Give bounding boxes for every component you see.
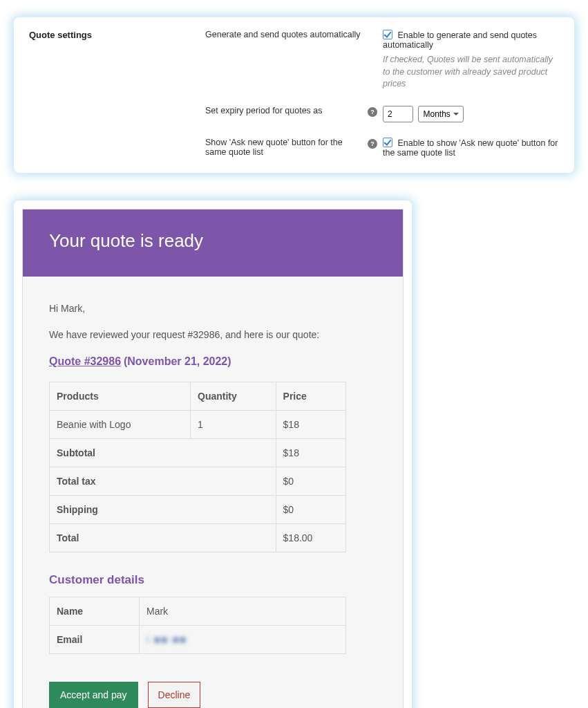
customer-table: Name Mark Email i ■■ ■■ — [49, 597, 346, 654]
email-greeting: Hi Mark, — [49, 303, 377, 314]
tax-row: Total tax $0 — [50, 467, 346, 495]
settings-row-ask-new: Show 'Ask new quote' button for the same… — [29, 138, 559, 158]
ask-new-checkbox-wrap[interactable]: Enable to show 'Ask new quote' button fo… — [383, 138, 558, 158]
auto-send-checkbox-label: Enable to generate and send quotes autom… — [383, 30, 537, 50]
item-price: $18 — [276, 410, 345, 438]
shipping-label: Shipping — [50, 495, 276, 523]
shipping-value: $0 — [276, 495, 345, 523]
total-label: Total — [50, 523, 276, 552]
auto-send-checkbox-wrap[interactable]: Enable to generate and send quotes autom… — [383, 30, 537, 50]
cust-email-label: Email — [50, 625, 140, 653]
table-row: Beanie with Logo 1 $18 — [50, 410, 346, 438]
quote-title-line: Quote #32986 (November 21, 2022) — [49, 355, 377, 368]
email-inner: Your quote is ready Hi Mark, We have rev… — [22, 209, 404, 709]
ask-new-label: Show 'Ask new quote' button for the same… — [205, 138, 368, 157]
cust-name-value: Mark — [140, 597, 346, 625]
button-row: Accept and pay Decline — [49, 682, 377, 708]
col-price: Price — [276, 382, 345, 410]
tax-value: $0 — [276, 467, 345, 495]
cust-name-label: Name — [50, 597, 140, 625]
item-name: Beanie with Logo — [50, 410, 191, 438]
tax-label: Total tax — [50, 467, 276, 495]
settings-row-auto-send: Quote settings Generate and send quotes … — [29, 30, 559, 91]
subtotal-row: Subtotal $18 — [50, 438, 346, 467]
quote-settings-panel: Quote settings Generate and send quotes … — [14, 17, 574, 173]
auto-send-label: Generate and send quotes automatically — [205, 30, 368, 39]
customer-details-title: Customer details — [49, 573, 377, 587]
table-row: Email i ■■ ■■ — [50, 625, 346, 653]
cust-email-value: i ■■ ■■ — [140, 625, 346, 653]
expiry-value-input[interactable] — [383, 106, 413, 122]
email-intro: We have reviewed your request #32986, an… — [49, 329, 377, 340]
auto-send-note: If checked, Quotes will be sent automati… — [383, 54, 559, 91]
expiry-unit-select[interactable]: Months — [418, 106, 464, 122]
help-icon[interactable]: ? — [368, 139, 377, 149]
total-row: Total $18.00 — [50, 523, 346, 552]
decline-button[interactable]: Decline — [148, 682, 201, 708]
quote-link[interactable]: Quote #32986 — [49, 355, 121, 367]
total-value: $18.00 — [276, 523, 345, 552]
settings-section-title: Quote settings — [29, 30, 205, 40]
subtotal-value: $18 — [276, 438, 345, 467]
products-table: Products Quantity Price Beanie with Logo… — [49, 382, 346, 552]
expiry-label: Set expiry period for quotes as — [205, 106, 368, 115]
item-qty: 1 — [191, 410, 276, 438]
table-row: Name Mark — [50, 597, 346, 625]
table-header-row: Products Quantity Price — [50, 382, 346, 410]
email-header: Your quote is ready — [23, 209, 403, 277]
ask-new-checkbox[interactable] — [383, 138, 392, 147]
shipping-row: Shipping $0 — [50, 495, 346, 523]
auto-send-checkbox[interactable] — [383, 30, 392, 39]
col-products: Products — [50, 382, 191, 410]
settings-row-expiry: Set expiry period for quotes as ? Months — [29, 106, 559, 122]
subtotal-label: Subtotal — [50, 438, 276, 467]
quote-email-panel: Your quote is ready Hi Mark, We have rev… — [14, 201, 412, 709]
quote-date: (November 21, 2022) — [124, 355, 231, 367]
ask-new-checkbox-label: Enable to show 'Ask new quote' button fo… — [383, 138, 558, 158]
help-icon[interactable]: ? — [368, 107, 377, 117]
accept-button[interactable]: Accept and pay — [49, 682, 138, 708]
email-body: Hi Mark, We have reviewed your request #… — [23, 277, 403, 709]
col-quantity: Quantity — [191, 382, 276, 410]
